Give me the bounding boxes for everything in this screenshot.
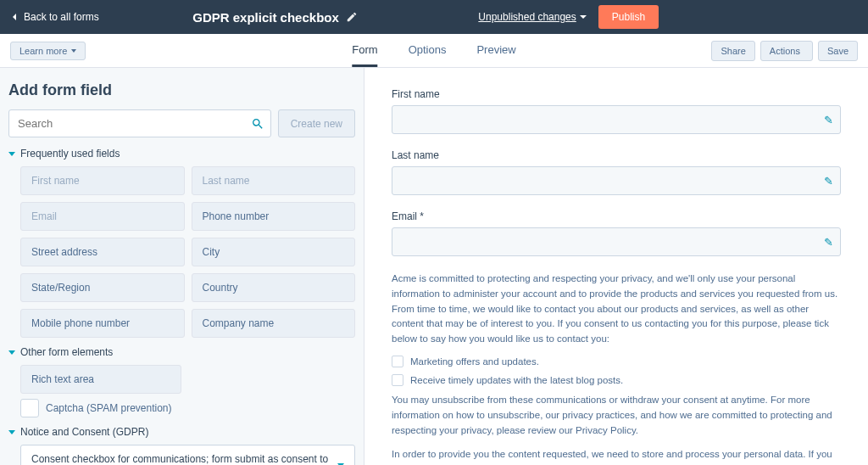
page-title: GDPR explicit checkbox <box>192 10 339 25</box>
form-preview-panel: First name ✎ Last name ✎ Email * ✎ Acme … <box>364 68 868 465</box>
gdpr-unsubscribe-text: You may unsubscribe from these communica… <box>392 393 841 438</box>
left-panel: Add form field Create new Frequently use… <box>0 68 364 465</box>
gdpr-dropdown[interactable]: Consent checkbox for communications; for… <box>20 445 355 465</box>
frequently-fields: First name Last name Email Phone number … <box>8 166 355 338</box>
back-label: Back to all forms <box>24 11 99 23</box>
other-fields: Rich text area <box>8 365 355 394</box>
save-button[interactable]: Save <box>818 41 858 61</box>
captcha-icon <box>20 399 39 417</box>
section-label: Frequently used fields <box>20 148 120 160</box>
captcha-row[interactable]: Captcha (SPAM prevention) <box>8 399 355 417</box>
field-email[interactable]: Email <box>20 202 185 231</box>
captcha-label: Captcha (SPAM prevention) <box>46 402 172 414</box>
left-heading: Add form field <box>8 81 355 99</box>
field-company[interactable]: Company name <box>192 309 356 338</box>
gdpr-dropdown-label: Consent checkbox for communications; for… <box>31 453 337 465</box>
section-label: Other form elements <box>20 346 113 358</box>
top-bar: Back to all forms GDPR explicit checkbox… <box>0 0 868 34</box>
share-button[interactable]: Share <box>711 41 754 61</box>
input-preview[interactable]: ✎ <box>392 105 841 134</box>
chevron-down-icon <box>8 152 15 156</box>
checkbox-icon <box>392 374 403 386</box>
input-preview[interactable]: ✎ <box>392 166 841 195</box>
create-new-button[interactable]: Create new <box>278 109 355 137</box>
field-phone[interactable]: Phone number <box>192 202 356 231</box>
checkbox-icon <box>392 356 403 367</box>
section-other-elements[interactable]: Other form elements <box>8 346 355 358</box>
chevron-left-icon <box>10 13 19 21</box>
form-field-last-name[interactable]: Last name ✎ <box>392 149 841 195</box>
chevron-down-icon <box>8 430 15 434</box>
field-street[interactable]: Street address <box>20 238 185 266</box>
learn-more-dropdown[interactable]: Learn more <box>10 42 86 60</box>
form-field-first-name[interactable]: First name ✎ <box>392 88 841 134</box>
action-buttons: Share Actions Save <box>711 41 858 61</box>
search-box <box>8 109 271 137</box>
learn-more-label: Learn more <box>19 46 67 56</box>
consent-blog-checkbox[interactable]: Receive timely updates with the latest b… <box>392 374 841 386</box>
page-title-wrap: GDPR explicit checkbox <box>99 10 452 25</box>
checkbox-label: Receive timely updates with the latest b… <box>410 375 623 385</box>
form-field-email[interactable]: Email * ✎ <box>392 210 841 256</box>
field-city[interactable]: City <box>192 238 356 266</box>
field-rich-text[interactable]: Rich text area <box>20 365 181 394</box>
gdpr-processing-text: In order to provide you the content requ… <box>392 447 841 466</box>
actions-dropdown[interactable]: Actions <box>760 41 813 61</box>
main-content: Add form field Create new Frequently use… <box>0 68 868 465</box>
actions-label: Actions <box>770 46 800 56</box>
pencil-icon[interactable] <box>346 11 358 23</box>
unpublished-changes-link[interactable]: Unpublished changes <box>478 11 586 23</box>
field-last-name[interactable]: Last name <box>192 166 356 195</box>
search-input[interactable] <box>8 109 271 137</box>
gdpr-intro-text: Acme is committed to protecting and resp… <box>392 272 841 347</box>
publish-button[interactable]: Publish <box>598 5 659 29</box>
field-mobile[interactable]: Mobile phone number <box>20 309 185 338</box>
input-preview[interactable]: ✎ <box>392 227 841 256</box>
checkbox-label: Marketing offers and updates. <box>410 356 539 367</box>
section-gdpr[interactable]: Notice and Consent (GDPR) <box>8 426 355 438</box>
pencil-icon: ✎ <box>824 175 833 188</box>
field-label: Email * <box>392 210 841 222</box>
pencil-icon: ✎ <box>824 236 833 249</box>
tab-preview[interactable]: Preview <box>476 34 515 67</box>
search-row: Create new <box>8 109 355 137</box>
section-label: Notice and Consent (GDPR) <box>20 426 148 438</box>
tab-options[interactable]: Options <box>409 34 447 67</box>
consent-marketing-checkbox[interactable]: Marketing offers and updates. <box>392 356 841 367</box>
chevron-down-icon <box>8 350 15 355</box>
tabs: Form Options Preview <box>352 34 515 67</box>
field-country[interactable]: Country <box>192 273 356 302</box>
field-label: First name <box>392 88 841 100</box>
tab-form[interactable]: Form <box>352 34 377 67</box>
field-first-name[interactable]: First name <box>20 166 185 195</box>
back-link[interactable]: Back to all forms <box>10 11 99 23</box>
caret-down-icon <box>71 49 76 53</box>
caret-down-icon <box>580 15 587 19</box>
search-icon <box>251 117 264 131</box>
sub-bar: Learn more Form Options Preview Share Ac… <box>0 34 868 68</box>
pencil-icon: ✎ <box>824 114 833 126</box>
field-state[interactable]: State/Region <box>20 273 185 302</box>
field-label: Last name <box>392 149 841 161</box>
section-frequently-used[interactable]: Frequently used fields <box>8 148 355 160</box>
unpublished-label: Unpublished changes <box>478 11 576 23</box>
